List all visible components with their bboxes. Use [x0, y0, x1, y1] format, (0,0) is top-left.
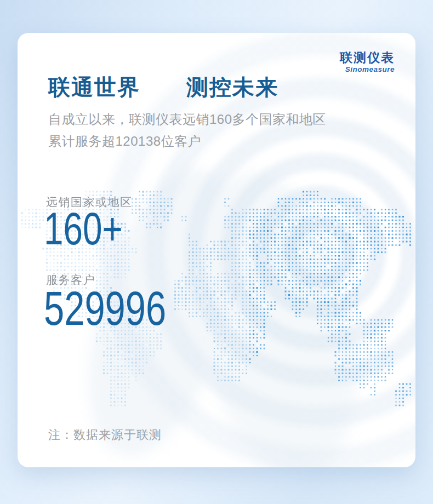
- brand-logo-en: Sinomeasure: [340, 65, 395, 73]
- stats-card: 联测仪表 Sinomeasure 联通世界 测控未来 自成立以来，联测仪表远销1…: [18, 33, 415, 467]
- brand-logo-cn: 联测仪表: [340, 51, 395, 64]
- stat-countries-value: 160+: [44, 204, 123, 254]
- brand-logo: 联测仪表 Sinomeasure: [340, 51, 395, 73]
- stat-customers-value: 529996: [44, 282, 166, 334]
- subtitle-line-2: 累计服务超120138位客户: [48, 130, 326, 152]
- page-background: 联测仪表 Sinomeasure 联通世界 测控未来 自成立以来，联测仪表远销1…: [0, 0, 433, 504]
- subtitle-line-1: 自成立以来，联测仪表远销160多个国家和地区: [48, 108, 326, 130]
- page-title: 联通世界 测控未来: [48, 72, 278, 102]
- data-source-note: 注：数据来源于联测: [48, 427, 162, 443]
- page-subtitle: 自成立以来，联测仪表远销160多个国家和地区 累计服务超120138位客户: [48, 108, 326, 152]
